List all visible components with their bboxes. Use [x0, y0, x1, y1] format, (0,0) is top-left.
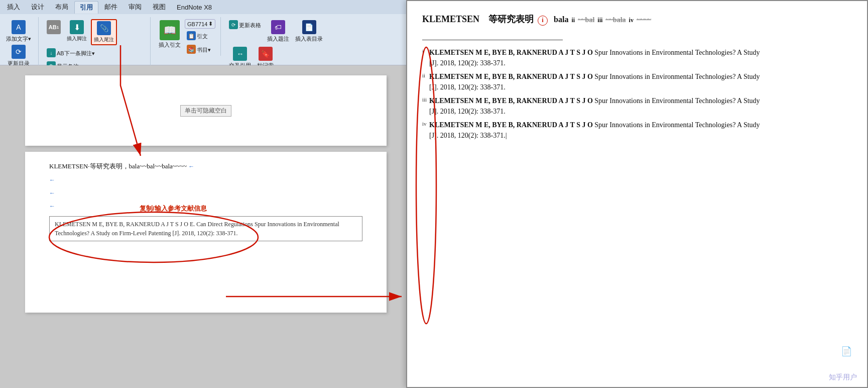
para-mark-4: ←	[49, 203, 55, 210]
update-table-button[interactable]: ⟳ 更新表格	[227, 19, 263, 31]
fn-journal-iv: [J]. 2018, 120(2): 338-371.|	[429, 132, 507, 139]
insert-footnote-icon: ⬇	[70, 20, 84, 34]
insert-tof-button[interactable]: 📄 插入表目录	[293, 19, 325, 44]
hidden-space-text: 单击可隐藏空白	[185, 107, 227, 114]
tab-insert[interactable]: 插入	[2, 1, 25, 13]
tab-cite[interactable]: 引用	[74, 1, 98, 14]
right-panel: KLEMETSEN 等研究表明 i bala ii ~~bal iii ~~ba…	[406, 0, 868, 388]
para-mark-3: ←	[49, 189, 55, 197]
rp-superscript-i: i	[538, 16, 548, 26]
rp-sup-iv: iv	[629, 17, 634, 24]
style-label: GB7714	[187, 21, 207, 27]
spacer-2: ←	[49, 188, 362, 197]
insert-footnote-button[interactable]: ⬇ 插入脚注	[65, 19, 89, 43]
insert-endnote-button[interactable]: 📎 插入尾注	[91, 19, 117, 45]
ref-section: 复制/输入参考文献信息 KLEMETSEN M E, BYE B, RAKNER…	[49, 216, 362, 241]
insert-citation-button[interactable]: 📖 插入引文	[157, 19, 183, 50]
bibliography-label: 书目▾	[197, 46, 211, 54]
rp-sup-ii: ii	[571, 17, 575, 24]
citation-ref-label: 引文	[197, 33, 208, 40]
ab1-icon: AB1	[47, 20, 61, 34]
left-panel: 插入 设计 布局 引用 邮件 审阅 视图 EndNote X8 A 添加文字▾ …	[0, 0, 412, 388]
update-table-icon: ⟳	[229, 20, 238, 29]
ref-label: 复制/输入参考文献信息	[140, 204, 207, 213]
doc-main-text: KLEMETSEN·等研究表明，bala~~bal~~bala~~~~ ←	[49, 162, 362, 171]
insert-caption-label: 插入题注	[267, 35, 289, 43]
ribbon-content: A 添加文字▾ ⟳ 更新目录 AB1 ⬇ 插入脚注	[0, 14, 412, 65]
add-text-icon: A	[12, 20, 26, 34]
bibliography-icon: 📚	[187, 45, 196, 54]
ribbon-group-citations: 📖 插入引文 GB7714 ⬍ 📋 引文 📚	[157, 17, 221, 56]
next-footnote-button[interactable]: ↓ AB下一条脚注▾	[45, 47, 97, 59]
rp-bala1: bala	[554, 15, 568, 24]
ribbon-group-footnotes: AB1 ⬇ 插入脚注 📎 插入尾注 ↓ AB下一条脚注▾	[45, 17, 151, 72]
add-text-button[interactable]: A 添加文字▾	[4, 19, 33, 44]
rp-header: KLEMETSEN 等研究表明 i bala ii ~~bal iii ~~ba…	[422, 13, 852, 26]
hidden-space-tooltip[interactable]: 单击可隐藏空白	[180, 105, 231, 117]
ribbon: 插入 设计 布局 引用 邮件 审阅 视图 EndNote X8 A 添加文字▾ …	[0, 0, 412, 65]
fn-num-ii: ii	[422, 71, 425, 80]
update-toc-button[interactable]: ⟳ 更新目录	[6, 44, 32, 68]
watermark: 知乎用户	[829, 373, 857, 382]
ref-box[interactable]: KLEMETSEN M E, BYE B, RAKNERUD A J T S J…	[49, 216, 362, 241]
tab-bar: 插入 设计 布局 引用 邮件 审阅 视图 EndNote X8	[0, 0, 412, 14]
footnote-i: i KLEMETSEN M E, BYE B, RAKNERUD A J T S…	[422, 47, 852, 68]
footnote-iii: iii KLEMETSEN M E, BYE B, RAKNERUD A J T…	[422, 95, 852, 117]
add-text-label: 添加文字▾	[6, 35, 31, 43]
rp-divider	[422, 40, 563, 40]
citation-ref-button[interactable]: 📋 引文	[185, 30, 215, 42]
tab-view[interactable]: 视图	[148, 1, 171, 13]
fn-journal-ii: [J]. 2018, 120(2): 338-371.	[429, 83, 506, 91]
doc-icon: 📄	[841, 346, 852, 357]
update-toc-icon: ⟳	[12, 45, 26, 59]
insert-tof-label: 插入表目录	[295, 35, 323, 43]
tab-endnote[interactable]: EndNote X8	[172, 2, 217, 13]
insert-citation-icon: 📖	[160, 20, 180, 40]
insert-tof-icon: 📄	[302, 20, 316, 34]
cross-ref-icon: ↔	[233, 47, 247, 61]
fn-text-iv: Spur Innovations in Environmental Techno…	[594, 121, 760, 129]
tab-layout[interactable]: 布局	[50, 1, 73, 13]
ab1-button[interactable]: AB1	[45, 19, 63, 36]
doc-area: 单击可隐藏空白 KLEMETSEN·等研究表明，bala~~bal~~bala~…	[0, 65, 412, 388]
fn-text-iii: Spur Innovations in Environmental Techno…	[594, 97, 760, 105]
rp-sup-iii: iii	[597, 17, 602, 24]
fn-journal-i: [J]. 2018, 120(2): 338-371.	[429, 59, 506, 67]
insert-caption-button[interactable]: 🏷 插入题注	[265, 19, 291, 44]
spacer-1: ←	[49, 175, 362, 184]
rp-klemetsen-text: KLEMETSEN 等研究表明	[422, 13, 534, 25]
fn-title-i: KLEMETSEN M E, BYE B, RAKNERUD A J T S J…	[429, 49, 594, 56]
rp-strike-bal1: ~~bal	[578, 16, 594, 24]
footnote-ii: ii KLEMETSEN M E, BYE B, RAKNERUD A J T …	[422, 71, 852, 92]
tab-design[interactable]: 设计	[26, 1, 49, 13]
tab-review[interactable]: 审阅	[123, 1, 147, 13]
footnote-iv: iv KLEMETSEN M E, BYE B, RAKNERUD A J T …	[422, 120, 852, 141]
mark-index-icon: 🔖	[259, 47, 273, 61]
rp-strike-bala2: ~~bala	[605, 16, 626, 24]
insert-caption-icon: 🏷	[271, 20, 285, 34]
fn-num-iii: iii	[422, 95, 427, 104]
fn-journal-iii: [J]. 2018, 120(2): 338-371.	[429, 108, 506, 115]
insert-endnote-icon: 📎	[97, 21, 111, 35]
ribbon-group-toc: A 添加文字▾ ⟳ 更新目录	[4, 17, 39, 68]
ref-content: KLEMETSEN M E, BYE B, RAKNERUD A J T S J…	[55, 221, 339, 237]
doc-main-page: KLEMETSEN·等研究表明，bala~~bal~~bala~~~~ ← ← …	[25, 152, 387, 313]
fn-text-i: Spur Innovations in Environmental Techno…	[594, 49, 760, 56]
next-footnote-label: AB下一条脚注▾	[57, 50, 95, 57]
tab-mail[interactable]: 邮件	[99, 1, 122, 13]
bibliography-button[interactable]: 📚 书目▾	[185, 44, 215, 56]
main-text-content: KLEMETSEN·等研究表明，bala~~bal~~bala~~~~	[49, 162, 187, 170]
update-table-label: 更新表格	[239, 22, 261, 29]
fn-title-iv: KLEMETSEN M E, BYE B, RAKNERUD A J T S J…	[429, 121, 594, 129]
doc-page-top: 单击可隐藏空白	[25, 75, 387, 146]
style-dropdown[interactable]: GB7714 ⬍	[185, 19, 215, 29]
para-mark-2: ←	[49, 176, 55, 183]
insert-footnote-label: 插入脚注	[67, 35, 87, 42]
fn-title-iii: KLEMETSEN M E, BYE B, RAKNERUD A J T S J…	[429, 97, 594, 105]
rp-strike-rest: ~~~~	[637, 16, 651, 24]
fn-text-ii: Spur Innovations in Environmental Techno…	[594, 73, 760, 80]
footnotes-container: i KLEMETSEN M E, BYE B, RAKNERUD A J T S…	[422, 47, 852, 141]
fn-title-ii: KLEMETSEN M E, BYE B, RAKNERUD A J T S J…	[429, 73, 594, 80]
style-arrow: ⬍	[208, 21, 213, 27]
insert-citation-label: 插入引文	[159, 41, 181, 49]
